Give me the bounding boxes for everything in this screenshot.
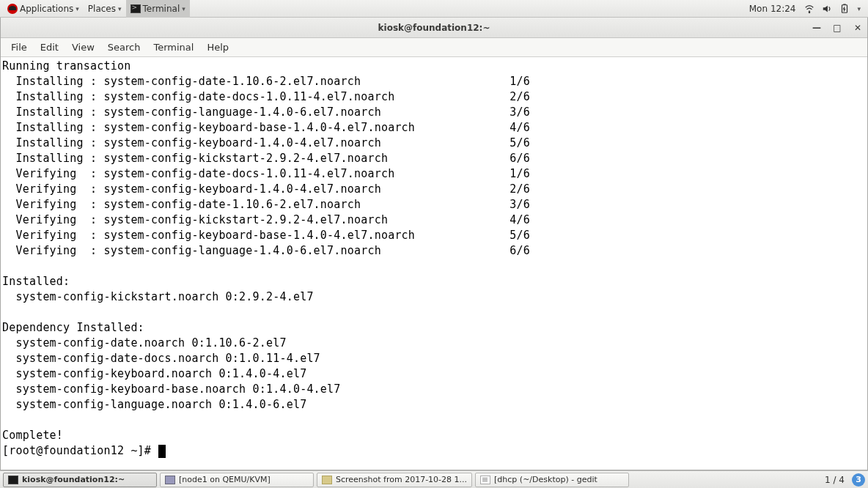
active-window-menu[interactable]: Terminal ▾ bbox=[126, 0, 190, 18]
display-icon bbox=[165, 476, 175, 484]
terminal-line: system-config-date-docs.noarch 0:1.0.11-… bbox=[2, 351, 864, 366]
terminal-line: Dependency Installed: bbox=[2, 320, 864, 336]
terminal-line bbox=[2, 259, 864, 274]
window-controls: — □ ✕ bbox=[812, 18, 863, 38]
maximize-button[interactable]: □ bbox=[832, 23, 842, 33]
terminal-line bbox=[2, 413, 864, 428]
applications-menu-label: Applications bbox=[20, 4, 73, 14]
close-button[interactable]: ✕ bbox=[853, 23, 863, 33]
svg-rect-2 bbox=[844, 4, 847, 4]
terminal-line: Verifying : system-config-date-1.10.6-2.… bbox=[2, 197, 864, 212]
taskbar-item-gedit[interactable]: [dhcp (~/Desktop) - gedit bbox=[475, 473, 629, 487]
applications-menu[interactable]: Applications ▾ bbox=[3, 0, 84, 18]
clock-label: Mon 12:24 bbox=[749, 4, 796, 14]
terminal-line: Verifying : system-config-kickstart-2.9.… bbox=[2, 212, 864, 228]
terminal-line: Verifying : system-config-date-docs-1.0.… bbox=[2, 166, 864, 182]
taskbar-item-vm[interactable]: [node1 on QEMU/KVM] bbox=[160, 473, 314, 487]
volume-icon[interactable] bbox=[822, 4, 832, 14]
menu-terminal[interactable]: Terminal bbox=[147, 40, 199, 54]
places-menu[interactable]: Places ▾ bbox=[84, 0, 126, 18]
menu-search[interactable]: Search bbox=[102, 40, 147, 54]
chevron-down-icon: ▾ bbox=[76, 5, 79, 12]
terminal-icon bbox=[130, 4, 141, 13]
image-icon bbox=[322, 476, 332, 484]
chevron-down-icon: ▾ bbox=[118, 5, 122, 12]
taskbar-item-label: [node1 on QEMU/KVM] bbox=[179, 475, 271, 484]
terminal-line: Verifying : system-config-keyboard-1.4.0… bbox=[2, 182, 864, 197]
terminal-icon bbox=[8, 476, 18, 484]
terminal-line: Installing : system-config-date-docs-1.0… bbox=[2, 89, 864, 105]
terminal-line: system-config-keyboard.noarch 0:1.4.0-4.… bbox=[2, 366, 864, 382]
terminal-line: system-config-kickstart.noarch 0:2.9.2-4… bbox=[2, 289, 864, 305]
minimize-button[interactable]: — bbox=[812, 23, 822, 33]
status-icons: ▾ bbox=[800, 4, 865, 14]
terminal-prompt-line[interactable]: [root@foundation12 ~]# bbox=[2, 443, 864, 459]
active-window-label: Terminal bbox=[143, 4, 180, 14]
terminal-line: Complete! bbox=[2, 428, 864, 443]
terminal-line: Installed: bbox=[2, 274, 864, 289]
terminal-line bbox=[2, 305, 864, 320]
terminal-line: Installing : system-config-language-1.4.… bbox=[2, 105, 864, 120]
menu-edit[interactable]: Edit bbox=[34, 40, 65, 54]
terminal-output[interactable]: Running transaction Installing : system-… bbox=[1, 57, 867, 470]
taskbar-item-label: kiosk@foundation12:~ bbox=[22, 475, 125, 484]
taskbar-item-label: [dhcp (~/Desktop) - gedit bbox=[494, 475, 597, 484]
terminal-line: Running transaction bbox=[2, 59, 864, 74]
menu-view[interactable]: View bbox=[66, 40, 100, 54]
terminal-line: Installing : system-config-keyboard-base… bbox=[2, 120, 864, 136]
terminal-line: Verifying : system-config-keyboard-base-… bbox=[2, 228, 864, 243]
battery-icon[interactable] bbox=[839, 4, 850, 14]
clock[interactable]: Mon 12:24 bbox=[745, 0, 801, 18]
chevron-down-icon[interactable]: ▾ bbox=[857, 5, 861, 12]
top-panel: Applications ▾ Places ▾ Terminal ▾ Mon 1… bbox=[0, 0, 868, 18]
cursor-icon bbox=[158, 445, 166, 458]
taskbar-item-screenshot[interactable]: Screenshot from 2017-10-28 1... bbox=[317, 473, 472, 487]
terminal-window: kiosk@foundation12:~ — □ ✕ File Edit Vie… bbox=[0, 18, 868, 470]
taskbar-item-label: Screenshot from 2017-10-28 1... bbox=[336, 475, 467, 484]
terminal-line: Installing : system-config-kickstart-2.9… bbox=[2, 151, 864, 166]
window-titlebar[interactable]: kiosk@foundation12:~ — □ ✕ bbox=[1, 18, 867, 38]
svg-point-0 bbox=[809, 12, 810, 12]
terminal-line: system-config-keyboard-base.noarch 0:1.4… bbox=[2, 382, 864, 397]
workspace-indicator[interactable]: 1 / 4 bbox=[820, 475, 849, 485]
terminal-line: Verifying : system-config-language-1.4.0… bbox=[2, 243, 864, 259]
bottom-taskbar: kiosk@foundation12:~ [node1 on QEMU/KVM]… bbox=[0, 470, 868, 488]
notification-badge[interactable]: 3 bbox=[852, 473, 865, 487]
menubar: File Edit View Search Terminal Help bbox=[1, 38, 867, 57]
shell-prompt: [root@foundation12 ~]# bbox=[2, 443, 158, 459]
chevron-down-icon: ▾ bbox=[182, 5, 185, 12]
terminal-line: system-config-date.noarch 0:1.10.6-2.el7 bbox=[2, 336, 864, 351]
distro-logo-icon bbox=[7, 4, 18, 14]
terminal-line: system-config-language.noarch 0:1.4.0-6.… bbox=[2, 397, 864, 413]
terminal-line: Installing : system-config-date-1.10.6-2… bbox=[2, 74, 864, 89]
taskbar-item-terminal[interactable]: kiosk@foundation12:~ bbox=[3, 473, 157, 487]
menu-help[interactable]: Help bbox=[201, 40, 235, 54]
menu-file[interactable]: File bbox=[5, 40, 33, 54]
text-editor-icon bbox=[480, 476, 490, 484]
terminal-line: Installing : system-config-keyboard-1.4.… bbox=[2, 136, 864, 151]
places-menu-label: Places bbox=[88, 4, 116, 14]
window-title: kiosk@foundation12:~ bbox=[378, 23, 490, 33]
wifi-icon[interactable] bbox=[804, 4, 814, 14]
